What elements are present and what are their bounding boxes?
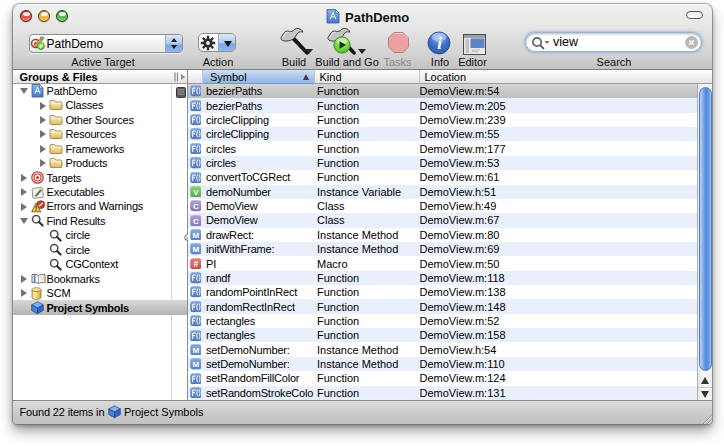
svg-text:M: M	[192, 231, 199, 240]
svg-text:M: M	[192, 346, 199, 355]
svg-text:V: V	[193, 188, 199, 197]
svg-text:i: i	[437, 34, 442, 53]
svg-text:C: C	[192, 202, 198, 211]
svg-text:M: M	[192, 245, 199, 254]
svg-text:C: C	[192, 217, 198, 226]
svg-text:M: M	[192, 360, 199, 369]
svg-text:#: #	[193, 259, 198, 269]
